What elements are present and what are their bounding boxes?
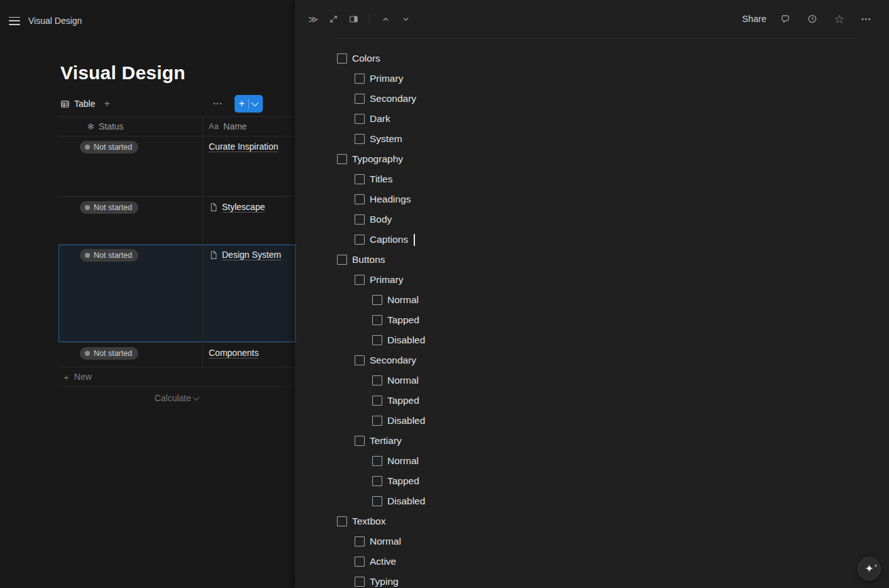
todo-item[interactable]: Primary bbox=[296, 69, 889, 89]
todo-checkbox[interactable] bbox=[355, 214, 365, 225]
favorite-button[interactable]: ☆ bbox=[831, 11, 848, 27]
status-badge[interactable]: Not started bbox=[80, 141, 138, 153]
todo-checkbox[interactable] bbox=[355, 194, 365, 204]
status-badge[interactable]: Not started bbox=[80, 249, 138, 262]
breadcrumb[interactable]: Visual Design bbox=[28, 16, 82, 26]
todo-checkbox[interactable] bbox=[337, 154, 347, 164]
todo-checkbox[interactable] bbox=[355, 536, 365, 546]
status-cell[interactable]: Not started bbox=[58, 343, 203, 367]
todo-item[interactable]: Tertiary bbox=[296, 431, 889, 451]
todo-checkbox[interactable] bbox=[355, 174, 365, 184]
todo-item[interactable]: Disabled bbox=[296, 491, 889, 511]
todo-item[interactable]: Normal bbox=[296, 370, 889, 391]
todo-checkbox[interactable] bbox=[372, 375, 382, 386]
todo-checkbox[interactable] bbox=[355, 235, 365, 245]
sidebar-menu-icon[interactable] bbox=[9, 17, 20, 25]
next-page-button[interactable] bbox=[397, 11, 414, 27]
expand-page-button[interactable] bbox=[325, 11, 341, 27]
todo-item[interactable]: Titles bbox=[296, 169, 889, 189]
todo-item[interactable]: Tapped bbox=[296, 391, 889, 411]
todo-item[interactable]: Disabled bbox=[296, 330, 889, 350]
todo-checkbox[interactable] bbox=[372, 295, 382, 305]
previous-page-button[interactable] bbox=[377, 11, 394, 27]
todo-checkbox[interactable] bbox=[337, 516, 347, 526]
todo-checkbox[interactable] bbox=[355, 436, 365, 446]
status-badge[interactable]: Not started bbox=[80, 347, 138, 360]
todo-item[interactable]: Captions bbox=[296, 230, 889, 250]
todo-item[interactable]: Typing bbox=[296, 572, 889, 588]
name-cell[interactable]: Design System bbox=[203, 245, 295, 342]
side-peek-mode-button[interactable] bbox=[345, 11, 362, 27]
todo-item[interactable]: Normal bbox=[296, 290, 889, 310]
todo-item[interactable]: Textbox bbox=[296, 511, 889, 531]
todo-item[interactable]: Colors bbox=[296, 48, 889, 69]
todo-checkbox[interactable] bbox=[372, 496, 382, 506]
todo-item[interactable]: Tapped bbox=[296, 310, 889, 330]
todo-label: Typing bbox=[370, 576, 399, 587]
view-options-icon[interactable]: ••• bbox=[213, 101, 223, 107]
table-row[interactable]: Not startedCurate Inspiration bbox=[58, 136, 295, 197]
page-title-link[interactable]: Design System bbox=[222, 250, 281, 260]
todo-item[interactable]: Normal bbox=[296, 451, 889, 471]
todo-item[interactable]: Tapped bbox=[296, 471, 889, 491]
todo-item[interactable]: Dark bbox=[296, 109, 889, 129]
plus-icon: + bbox=[64, 372, 69, 382]
status-cell[interactable]: Not started bbox=[58, 197, 203, 244]
todo-checkbox[interactable] bbox=[355, 275, 365, 285]
name-cell[interactable]: Components bbox=[203, 343, 295, 367]
todo-checkbox[interactable] bbox=[372, 476, 382, 486]
todo-checkbox[interactable] bbox=[337, 53, 347, 64]
status-label: Not started bbox=[94, 143, 132, 152]
chevron-down-icon[interactable] bbox=[251, 99, 258, 106]
name-cell[interactable]: Curate Inspiration bbox=[203, 136, 295, 196]
todo-checkbox[interactable] bbox=[372, 456, 382, 466]
page-title-link[interactable]: Components bbox=[209, 348, 258, 358]
table-row[interactable]: Not startedStylescape bbox=[58, 197, 295, 245]
todo-checkbox[interactable] bbox=[355, 577, 365, 587]
todo-item[interactable]: Typography bbox=[296, 149, 889, 169]
calculate-button[interactable]: Calculate bbox=[58, 387, 203, 409]
new-row-button[interactable]: + New bbox=[58, 367, 295, 387]
column-header-name[interactable]: Aa Name bbox=[203, 117, 295, 136]
table-row[interactable]: Not startedDesign System bbox=[58, 245, 295, 343]
todo-item[interactable]: System bbox=[296, 129, 889, 149]
add-view-plus-icon[interactable]: + bbox=[104, 99, 109, 109]
page-title-link[interactable]: Curate Inspiration bbox=[209, 141, 279, 152]
todo-checkbox[interactable] bbox=[355, 94, 365, 104]
todo-checkbox[interactable] bbox=[355, 134, 365, 144]
todo-item[interactable]: Active bbox=[296, 552, 889, 572]
todo-checkbox[interactable] bbox=[372, 416, 382, 426]
todo-item[interactable]: Buttons bbox=[296, 250, 889, 270]
todo-item[interactable]: Secondary bbox=[296, 350, 889, 370]
todo-item[interactable]: Disabled bbox=[296, 411, 889, 431]
status-badge[interactable]: Not started bbox=[80, 201, 138, 214]
todo-item[interactable]: Secondary bbox=[296, 89, 889, 109]
name-cell[interactable]: Stylescape bbox=[203, 197, 295, 244]
todo-item[interactable]: Primary bbox=[296, 270, 889, 290]
todo-item[interactable]: Headings bbox=[296, 189, 889, 209]
close-peek-button[interactable]: ≫ bbox=[305, 11, 321, 27]
share-button[interactable]: Share bbox=[742, 14, 766, 24]
todo-label: Normal bbox=[387, 455, 419, 467]
todo-item[interactable]: Normal bbox=[296, 531, 889, 552]
todo-checkbox[interactable] bbox=[355, 557, 365, 567]
todo-checkbox[interactable] bbox=[372, 315, 382, 325]
column-header-status[interactable]: ✻ Status bbox=[58, 117, 203, 136]
status-cell[interactable]: Not started bbox=[58, 136, 203, 196]
todo-checkbox[interactable] bbox=[337, 255, 347, 265]
todo-checkbox[interactable] bbox=[372, 396, 382, 406]
todo-checkbox[interactable] bbox=[355, 114, 365, 124]
todo-item[interactable]: Body bbox=[296, 209, 889, 230]
notion-ai-button[interactable]: ✦+ bbox=[858, 557, 881, 580]
todo-checkbox[interactable] bbox=[372, 335, 382, 345]
tab-table-view[interactable]: Table bbox=[60, 99, 95, 109]
new-entry-button[interactable]: + bbox=[235, 95, 263, 113]
page-options-button[interactable]: ••• bbox=[858, 11, 875, 27]
todo-checkbox[interactable] bbox=[355, 355, 365, 365]
table-row[interactable]: Not startedComponents bbox=[58, 343, 295, 367]
history-button[interactable] bbox=[804, 11, 820, 27]
page-title-link[interactable]: Stylescape bbox=[222, 202, 265, 212]
comments-button[interactable] bbox=[777, 11, 793, 27]
todo-checkbox[interactable] bbox=[355, 74, 365, 84]
status-cell[interactable]: Not started bbox=[58, 245, 203, 342]
